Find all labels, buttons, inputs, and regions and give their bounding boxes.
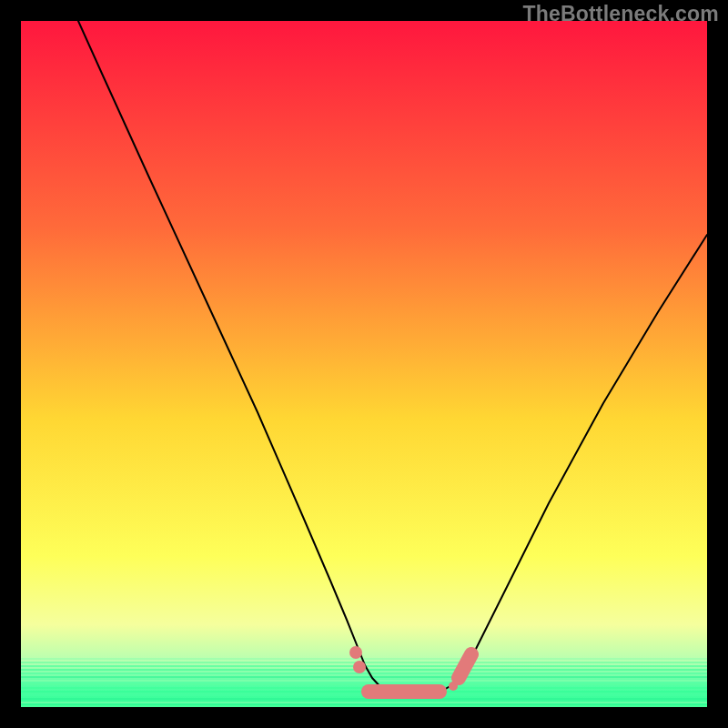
marker-dot bbox=[353, 661, 366, 673]
svg-rect-7 bbox=[21, 683, 707, 685]
svg-rect-0 bbox=[21, 658, 707, 660]
svg-rect-11 bbox=[21, 698, 707, 700]
bottleneck-chart bbox=[21, 21, 707, 707]
svg-rect-13 bbox=[21, 705, 707, 707]
watermark-label: TheBottleneck.com bbox=[522, 2, 719, 26]
plot-area bbox=[21, 21, 707, 707]
svg-rect-12 bbox=[21, 702, 707, 703]
marker-dot bbox=[349, 646, 362, 659]
svg-rect-6 bbox=[21, 680, 707, 682]
svg-rect-5 bbox=[21, 676, 707, 678]
chart-frame: TheBottleneck.com bbox=[0, 0, 728, 728]
svg-rect-4 bbox=[21, 672, 707, 674]
